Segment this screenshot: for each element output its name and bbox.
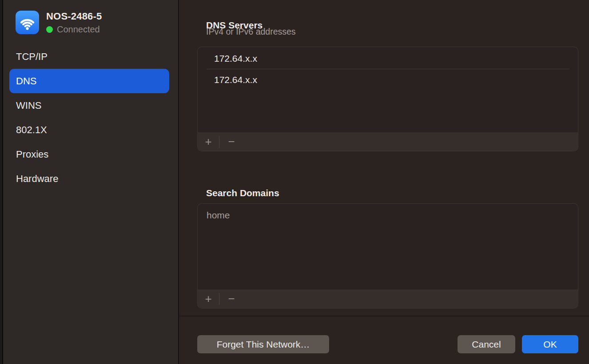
sidebar-item-proxies[interactable]: Proxies [9,142,169,166]
network-status: Connected [46,25,102,34]
connected-dot-icon [46,26,53,33]
add-dns-server-button[interactable]: + [198,132,219,151]
sidebar-item-hardware[interactable]: Hardware [9,166,169,191]
search-domains-listbox: home + − [197,203,578,309]
ok-button[interactable]: OK [522,335,578,353]
sidebar: NOS-2486-5 Connected TCP/IP DNS WINS 802… [0,0,179,364]
wifi-icon [16,11,39,34]
dns-servers-rows: 172.64.x.x 172.64.x.x [198,47,578,90]
dns-server-row[interactable]: 172.64.x.x [198,69,578,90]
sidebar-item-wins[interactable]: WINS [9,93,169,118]
network-name: NOS-2486-5 [46,11,102,22]
search-domains-rows: home [198,204,578,226]
cancel-button[interactable]: Cancel [458,335,515,353]
dns-settings-panel: DNS Servers IPv4 or IPv6 addresses 172.6… [179,0,589,364]
bottom-divider [179,316,589,317]
dns-servers-listbox: 172.64.x.x 172.64.x.x + − [197,47,578,151]
dns-server-row[interactable]: 172.64.x.x [198,48,578,69]
network-info: NOS-2486-5 Connected [46,11,102,34]
window-edge-strip [0,0,3,364]
forget-network-button[interactable]: Forget This Network… [197,335,329,353]
remove-search-domain-button[interactable]: − [219,289,243,308]
wifi-details-window: NOS-2486-5 Connected TCP/IP DNS WINS 802… [0,0,589,364]
dns-servers-footer: + − [198,132,578,151]
search-domain-row[interactable]: home [198,205,578,226]
network-header: NOS-2486-5 Connected [16,11,102,34]
connected-label: Connected [57,25,100,34]
sidebar-item-tcpip[interactable]: TCP/IP [9,44,169,69]
settings-nav: TCP/IP DNS WINS 802.1X Proxies Hardware [9,44,169,191]
dns-servers-subtitle: IPv4 or IPv6 addresses [206,27,296,37]
search-domains-footer: + − [198,289,578,308]
sidebar-item-dns[interactable]: DNS [9,69,169,93]
add-search-domain-button[interactable]: + [198,289,219,308]
search-domains-title: Search Domains [206,187,279,198]
sidebar-item-8021x[interactable]: 802.1X [9,118,169,142]
remove-dns-server-button[interactable]: − [219,132,243,151]
